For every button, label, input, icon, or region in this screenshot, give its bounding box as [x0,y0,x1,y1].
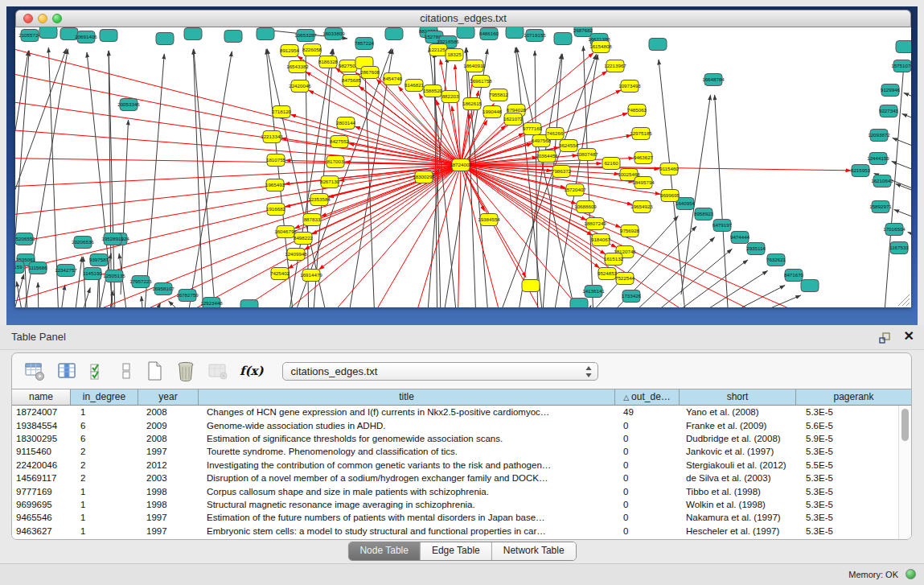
graph-node[interactable]: 16543382 [286,61,309,73]
table-row[interactable]: 1938455462009Genome-wide association stu… [12,418,911,431]
table-cell[interactable]: 5.3E-5 [796,447,911,456]
graph-node[interactable]: 882203 [441,91,459,103]
graph-node[interactable]: 12353584 [308,194,331,206]
graph-node[interactable]: 39159 [15,262,24,274]
graph-node[interactable]: 15751074 [891,60,911,72]
graph-node[interactable] [506,27,524,39]
graph-node[interactable]: 19654923 [630,201,653,213]
graph-node[interactable]: 1621072 [503,113,524,126]
graph-node[interactable]: 14136141 [582,286,605,298]
graph-node[interactable]: 16210643 [871,175,893,187]
table-cell[interactable]: Yano et al. (2008) [680,407,796,417]
table-cell[interactable]: 2009 [138,421,199,431]
import-table-button-disabled[interactable] [206,358,230,384]
graph-node[interactable]: 7522544 [615,273,635,285]
table-row[interactable]: 1830029562008Estimation of significance … [12,432,911,445]
graph-node[interactable]: 9184067 [591,234,611,246]
graph-node[interactable]: 9397587 [89,254,109,266]
table-cell[interactable]: 1 [71,487,138,496]
graph-node[interactable] [896,41,911,53]
table-cell[interactable]: 0 [615,473,680,483]
table-cell[interactable]: 2 [71,447,138,456]
table-cell[interactable]: 1997 [138,513,199,522]
graph-node[interactable]: 16961758 [470,76,492,88]
table-cell[interactable]: 0 [615,460,680,470]
graph-node[interactable]: 16958107 [152,283,175,295]
table-cell[interactable]: Hescheler et al. (1997) [680,526,796,536]
table-row[interactable]: 977716911998Corpus callosum shape and si… [12,484,911,497]
table-cell[interactable]: 0 [615,526,680,536]
network-canvas-svg[interactable]: 2105572420691406106532871603380978572248… [15,27,911,307]
graph-node[interactable]: 8498222 [294,233,314,245]
graph-node[interactable]: 8471670 [784,270,804,282]
graph-node[interactable]: 10973493 [618,80,641,93]
graph-node[interactable]: 19528911 [101,233,124,245]
graph-node[interactable]: 746266 [546,128,564,140]
table-row[interactable]: 946362711997Embryonic stem cells: a mode… [12,525,911,538]
graph-node[interactable]: 1115686 [28,262,47,274]
graph-node[interactable]: 15892971 [869,201,892,213]
table-cell[interactable]: 5.3E-5 [796,526,911,536]
table-cell[interactable]: Estimation of the future numbers of pati… [199,513,615,522]
graph-node[interactable]: 25206550 [15,233,35,245]
table-cell[interactable]: 1997 [138,447,199,456]
table-cell[interactable]: 5.3E-5 [796,473,911,483]
table-cell[interactable]: 5.3E-5 [796,513,911,522]
graph-node[interactable]: 18724007 [450,159,472,171]
graph-node[interactable]: 6479197 [713,220,733,232]
graph-node[interactable]: 12409948 [285,249,307,261]
graph-node[interactable]: 817003 [326,156,344,168]
graph-node[interactable]: 1733426 [622,290,642,303]
graph-node[interactable] [257,28,274,40]
table-cell[interactable]: 22420046 [12,460,71,470]
graph-node[interactable] [554,33,572,45]
table-cell[interactable]: Franke et al. (2009) [680,421,796,431]
graph-node[interactable] [385,28,403,40]
graph-node[interactable]: 2803144 [336,117,356,130]
table-cell[interactable]: 1998 [138,487,199,496]
graph-node[interactable]: 20691406 [75,31,97,43]
graph-node[interactable]: 16914479 [300,270,322,282]
show-column-button[interactable] [55,358,79,384]
table-cell[interactable]: Embryonic stem cells: a model to study s… [199,526,615,536]
table-cell[interactable]: 1 [71,513,138,522]
table-cell[interactable]: 2012 [138,460,199,470]
graph-node[interactable]: 12213967 [604,60,626,72]
graph-node[interactable]: 9524851 [598,268,618,280]
table-row[interactable]: 911546021997Tourette syndrome. Phenomeno… [12,445,911,458]
table-row[interactable]: 946554611997Estimation of the future num… [12,511,911,524]
graph-node[interactable] [100,30,117,42]
graph-node[interactable] [522,280,540,292]
table-cell[interactable]: 2 [71,460,138,470]
graph-node[interactable]: 12975185 [630,128,652,140]
table-cell[interactable]: 2 [71,473,138,483]
graph-node[interactable]: 12342757 [55,265,77,277]
select-columns-button[interactable] [87,358,109,384]
graph-node[interactable]: 18325 [446,49,463,61]
table-row[interactable]: 1456911722003Disruption of a novel membe… [12,472,911,484]
graph-node[interactable]: 2867608 [360,67,380,79]
graph-node[interactable]: 1862615 [462,98,483,110]
graph-node[interactable] [224,31,242,43]
graph-node[interactable] [184,28,202,40]
table-mode-button[interactable] [23,358,47,384]
graph-node[interactable] [39,27,57,39]
table-cell[interactable]: 18724007 [12,407,71,417]
network-canvas[interactable]: 2105572420691406106532871603380978572248… [15,27,911,307]
graph-node[interactable]: 10688609 [574,201,597,213]
graph-node[interactable]: 12923448 [200,298,223,308]
graph-node[interactable]: 7632621 [766,254,786,266]
graph-node[interactable]: 20364456 [536,150,558,163]
graph-node[interactable]: 8912954 [280,45,300,57]
graph-node[interactable]: 1615132 [604,253,624,266]
graph-node[interactable]: 15720407 [564,184,586,196]
graph-node[interactable]: 9227343 [879,105,899,117]
table-cell[interactable]: Stergiakouli et al. (2012) [680,460,796,470]
graph-node[interactable]: 8427552 [330,136,350,148]
graph-node[interactable]: 8226058 [302,44,322,56]
graph-node[interactable]: 9115460 [659,163,679,175]
graph-node[interactable]: 1990448 [483,106,503,118]
table-cell[interactable]: Genome-wide association studies in ADHD. [199,421,615,431]
table-cell[interactable]: 1997 [138,526,199,536]
table-cell[interactable]: Structural magnetic resonance image aver… [199,500,615,509]
